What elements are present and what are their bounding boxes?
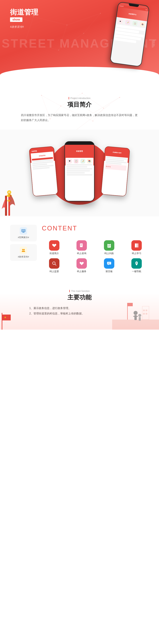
hero-section: STREET MANAGEMENT 街道管理 show #政务宣传# 街道管理 … <box>0 0 159 87</box>
main-icon: ❤ <box>67 159 72 164</box>
official-icon <box>20 227 27 234</box>
feature-icon-consult <box>76 240 87 250</box>
svg-line-9 <box>59 25 67 50</box>
feature-item-politics: 码上问政 <box>97 240 122 255</box>
svg-point-38 <box>22 249 23 250</box>
phone-icon: ❤ <box>117 19 123 24</box>
side-label: 20/21 <box>153 40 155 47</box>
main-icon: 📚 <box>87 159 92 164</box>
feature-icon-politics <box>104 240 114 250</box>
feature-label: 一键导航 <box>132 270 141 273</box>
heart-service-icon <box>79 261 84 266</box>
sp-content-right: 图片区域 <box>102 156 128 195</box>
feature-label: 码上咨询 <box>77 252 86 255</box>
content-grid: #官网展示# #政务宣传# CONTENT <box>10 225 149 273</box>
svg-point-5 <box>83 33 84 34</box>
svg-point-3 <box>25 41 26 42</box>
svg-rect-51 <box>136 244 137 248</box>
svg-rect-28 <box>5 196 7 216</box>
phone-screen: 街道管理 ●●● 街道管理平台 ❤ 📝 📋 📚 <box>110 2 149 66</box>
function-list-item-2: 2、管理街道里的村信息，审核村上传的数据。 <box>29 311 130 316</box>
svg-rect-36 <box>22 232 25 232</box>
svg-marker-55 <box>108 264 109 265</box>
sp-header-text: 街道管理 <box>31 150 37 152</box>
feature-item-supervise: 码上监督 <box>42 258 67 273</box>
hero-subtitle-badge: show <box>10 17 22 22</box>
svg-point-60 <box>134 311 138 315</box>
monitor-icon <box>21 228 26 233</box>
content-left-cards: #官网展示# #政务宣传# <box>10 225 37 273</box>
content-main-title: CONTENT <box>42 225 149 232</box>
showcase-section: 街道管理 元旦的节在 街道管理 <box>0 130 159 216</box>
sp-image-area: 图片区域 <box>105 164 127 171</box>
feature-item-navigate: 一键导航 <box>124 258 149 273</box>
content-card-official: #官网展示# <box>10 225 37 242</box>
svg-rect-65 <box>139 317 141 321</box>
svg-rect-47 <box>108 246 110 246</box>
feature-icon-study <box>131 240 142 250</box>
clipboard-icon <box>107 243 112 248</box>
svg-rect-70 <box>143 310 145 311</box>
svg-rect-69 <box>146 310 147 311</box>
svg-rect-49 <box>135 244 137 248</box>
svg-point-58 <box>136 262 137 264</box>
features-grid: 街道简介 码上咨询 <box>42 240 149 273</box>
phone-icon: 📚 <box>140 22 145 27</box>
svg-rect-35 <box>23 232 24 232</box>
book-icon <box>134 243 139 248</box>
svg-point-13 <box>41 95 42 96</box>
svg-line-53 <box>55 264 56 265</box>
heart-icon <box>52 243 57 248</box>
svg-point-64 <box>138 314 141 317</box>
content-section: #官网展示# #政务宣传# CONTENT <box>0 216 159 281</box>
main-list-line <box>67 168 92 170</box>
svg-rect-63 <box>136 316 138 317</box>
svg-rect-61 <box>134 315 137 320</box>
svg-line-12 <box>25 42 59 50</box>
main-list-line <box>67 172 85 174</box>
phone-icon: 📋 <box>132 21 138 26</box>
intro-section: Project introduction 项目简介 四川省雅安市开发区，为了响应… <box>0 87 159 130</box>
content-card-label: #官网展示# <box>18 236 29 239</box>
flag-svg: ★ <box>0 313 17 330</box>
feature-icon-supervise <box>49 258 59 269</box>
function-section: The main function 主要功能 1、展示政务信息，进行政务管理。 … <box>0 281 159 330</box>
content-card-label: #政务宣传# <box>18 255 29 258</box>
feature-item-consult: 码上咨询 <box>69 240 94 255</box>
svg-point-39 <box>23 249 25 250</box>
svg-rect-68 <box>142 306 149 320</box>
sp-content-left: 元旦的节在 <box>31 152 57 195</box>
main-icon: 📋 <box>74 159 78 164</box>
navigation-icon <box>134 261 139 266</box>
svg-point-30 <box>7 194 12 197</box>
main-list-line <box>67 166 87 168</box>
hero-phone-mockup: 街道管理 ●●● 街道管理平台 ❤ 📝 📋 📚 <box>110 2 150 67</box>
svg-point-33 <box>8 191 10 193</box>
sp-screen-left: 街道管理 元旦的节在 <box>29 146 58 196</box>
feature-label: 码上问政 <box>104 252 114 255</box>
feature-item-service: 码上服务 <box>69 258 94 273</box>
main-icons-row: ❤ 📋 📝 📚 <box>67 159 92 164</box>
feature-label: 码上学习 <box>132 252 141 255</box>
svg-rect-43 <box>81 246 82 246</box>
svg-rect-46 <box>108 245 110 246</box>
svg-rect-40 <box>80 244 83 247</box>
chat-icon <box>107 261 112 266</box>
magnify-icon <box>52 261 57 266</box>
feature-label: 留言板 <box>106 270 113 273</box>
hero-wave <box>0 67 159 87</box>
svg-rect-71 <box>146 313 147 314</box>
feature-icon-navigate <box>131 258 142 269</box>
function-title-cn: 主要功能 <box>17 293 142 302</box>
intro-section-label: Project introduction <box>17 97 142 100</box>
svg-point-31 <box>7 200 12 202</box>
feature-icon-street <box>49 240 59 250</box>
showcase-phone-right: 庆祝建国100周年 图片区域 <box>101 146 130 196</box>
svg-rect-29 <box>8 192 10 216</box>
svg-point-4 <box>58 50 59 50</box>
function-list-item-1: 1、展示政务信息，进行政务管理。 <box>29 306 130 311</box>
intro-text: 四川省雅安市开发区，为了响应国家号召，做好互联网+政务，解决政策信息传达不及时等… <box>21 113 138 123</box>
sp-screen-right: 庆祝建国100周年 图片区域 <box>101 146 130 196</box>
feature-label: 街道简介 <box>50 252 59 255</box>
main-icon: 📝 <box>81 159 85 164</box>
